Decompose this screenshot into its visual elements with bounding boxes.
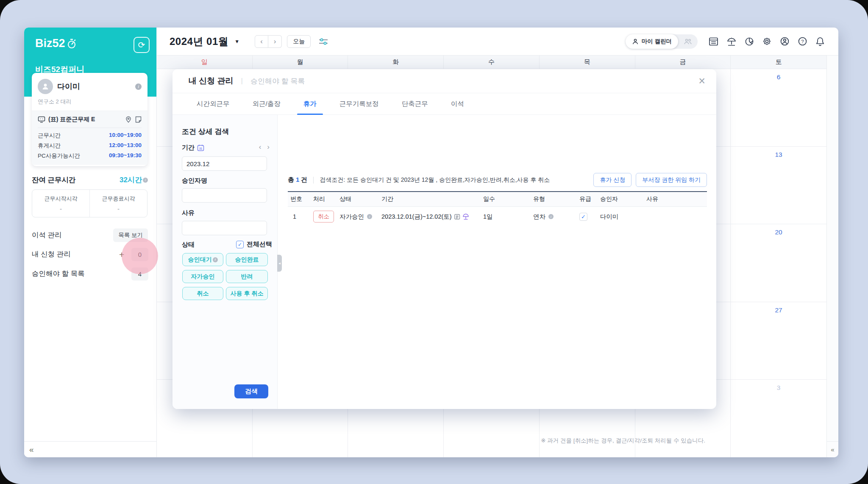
calendar-icon[interactable]: 31: [197, 144, 204, 151]
type-info-icon[interactable]: i: [548, 214, 554, 219]
next-month-button[interactable]: ›: [268, 35, 282, 48]
filter-panel-collapse-handle[interactable]: ◂: [277, 255, 282, 272]
status-filter-rejected-label: 반려: [241, 273, 253, 281]
period-input[interactable]: [182, 156, 267, 171]
cell-approver: 다이미: [598, 207, 644, 226]
approvals-count-badge[interactable]: 4: [131, 267, 148, 281]
end-time-label: 근무종료시각: [90, 195, 147, 203]
modal-title[interactable]: 내 신청 관리: [189, 75, 234, 86]
work-time-value: 10:00~19:00: [109, 132, 142, 139]
tab-away[interactable]: 이석: [440, 93, 476, 114]
pie-chart-icon[interactable]: [745, 37, 754, 46]
modal-subtitle[interactable]: 승인해야 할 목록: [250, 76, 305, 86]
approver-input[interactable]: [182, 188, 267, 203]
help-icon[interactable]: ?: [798, 36, 807, 46]
remaining-hours-label: 잔여 근무시간: [32, 175, 76, 185]
break-time-label: 휴게시간: [38, 142, 61, 150]
select-all-label: 전체선택: [247, 240, 272, 248]
date-cell-3-next-month[interactable]: 3: [777, 384, 781, 392]
period-arrows: ‹ ›: [259, 143, 270, 151]
account-icon[interactable]: [780, 36, 790, 46]
status-filter-pending-label: 승인대기: [188, 256, 212, 264]
status-filter-rejected[interactable]: 반려: [226, 270, 268, 283]
paid-checkbox[interactable]: ✓: [579, 213, 587, 221]
user-info-icon[interactable]: i: [135, 83, 142, 90]
filter-panel: 조건 상세 검색 기간 31 ‹ › 승인자명: [172, 115, 278, 409]
weekday-sun: 일: [157, 56, 253, 69]
remaining-hours-row: 잔여 근무시간 32시간 i: [32, 175, 148, 185]
gear-icon[interactable]: [762, 36, 772, 46]
reason-input[interactable]: [182, 221, 267, 235]
period-memo-icon[interactable]: [454, 214, 460, 220]
col-paid: 유급: [577, 192, 598, 206]
remaining-info-icon[interactable]: i: [143, 178, 148, 183]
refresh-button[interactable]: ⟳: [134, 37, 150, 53]
month-dropdown-icon[interactable]: ▼: [234, 39, 239, 45]
calendar-month-title[interactable]: 2024년 01월: [170, 35, 228, 48]
team-calendar-segment[interactable]: [678, 38, 698, 45]
status-info-icon[interactable]: i: [367, 214, 372, 219]
period-label: 기간: [182, 144, 195, 152]
status-filter-self-approved[interactable]: 자가승인: [182, 270, 223, 283]
weekday-wed: 수: [444, 56, 540, 69]
cell-days: 1일: [481, 207, 531, 226]
today-button[interactable]: 오늘: [287, 35, 311, 48]
status-filter-pending[interactable]: 승인대기i: [182, 253, 223, 266]
app-window: Biz52 ⟳ 비즈52컴퍼니 다이미: [24, 28, 838, 457]
cell-period: 2023.12.01(금)~12.02(토): [379, 207, 481, 226]
person-icon: [632, 38, 639, 45]
period-prev-icon[interactable]: ‹: [259, 143, 262, 151]
break-time-value: 12:00~13:00: [109, 142, 142, 150]
right-panel-collapse-button[interactable]: «: [831, 446, 834, 453]
delegate-authority-button[interactable]: 부서장 권한 위임 하기: [636, 173, 707, 187]
tab-record-correction[interactable]: 근무기록보정: [328, 93, 390, 114]
view-list-button[interactable]: 목록 보기: [113, 228, 148, 242]
monitor-icon: [38, 116, 45, 123]
period-next-icon[interactable]: ›: [267, 143, 270, 151]
board-icon[interactable]: [709, 37, 718, 46]
view-settings-icon[interactable]: [318, 37, 328, 46]
notification-bell-icon[interactable]: [815, 36, 825, 46]
cancel-policy-note: ※ 과거 건을 [취소]하는 경우, 결근/지각/조퇴 처리될 수 있습니다.: [541, 437, 705, 445]
result-summary: 총 1 건 검색조건: 모든 승인대기 건 및 2023년 12월 , 승인완료…: [288, 176, 550, 184]
status-filter-canceled-after-use[interactable]: 사용 후 취소: [226, 287, 268, 300]
svg-text:?: ?: [801, 39, 804, 44]
weekday-tue: 화: [348, 56, 444, 69]
date-cell-27[interactable]: 27: [775, 306, 782, 314]
stopwatch-icon: [66, 38, 77, 49]
pc-time-value: 09:30~19:30: [109, 152, 142, 160]
my-requests-row[interactable]: 내 신청 관리: [32, 250, 148, 259]
vacation-umbrella-icon[interactable]: [726, 37, 737, 46]
select-all-checkbox[interactable]: ✓: [236, 241, 244, 248]
summary-divider: [313, 177, 314, 184]
cell-status: 자가승인i: [337, 207, 379, 226]
my-calendar-segment[interactable]: 마이 캘린더: [626, 34, 678, 49]
cancel-button[interactable]: 취소: [313, 211, 334, 223]
end-time-value: -: [90, 205, 147, 212]
tab-vacation[interactable]: 휴가: [292, 93, 328, 114]
col-no: 번호: [288, 192, 311, 206]
tab-overtime[interactable]: 시간외근무: [185, 93, 241, 114]
approvals-row[interactable]: 승인해야 할 목록: [32, 269, 148, 278]
date-cell-13[interactable]: 13: [775, 151, 782, 159]
brand-logo: Biz52: [35, 37, 77, 50]
my-requests-count-badge[interactable]: 0: [131, 248, 148, 261]
location-icon[interactable]: [125, 116, 132, 123]
col-days: 일수: [481, 192, 531, 206]
prev-month-button[interactable]: ‹: [255, 35, 268, 48]
title-divider: |: [241, 77, 243, 85]
date-cell-6[interactable]: 6: [777, 73, 781, 81]
memo-icon[interactable]: [135, 116, 142, 123]
status-label: 상태: [182, 241, 195, 249]
tab-outside-work[interactable]: 외근/출장: [241, 93, 292, 114]
vacation-request-button[interactable]: 휴가 신청: [593, 173, 632, 187]
status-filter-approved[interactable]: 승인완료: [226, 253, 268, 266]
status-filter-canceled[interactable]: 취소: [182, 287, 223, 300]
tab-reduced-work[interactable]: 단축근무: [390, 93, 440, 114]
add-request-button[interactable]: +: [119, 250, 124, 260]
modal-tab-bar: 시간외근무 외근/출장 휴가 근무기록보정 단축근무 이석: [172, 93, 716, 115]
close-icon[interactable]: ×: [698, 75, 705, 87]
sidebar-collapse-button[interactable]: «: [29, 445, 34, 454]
search-button[interactable]: 검색: [234, 384, 268, 398]
date-cell-20[interactable]: 20: [775, 228, 782, 236]
